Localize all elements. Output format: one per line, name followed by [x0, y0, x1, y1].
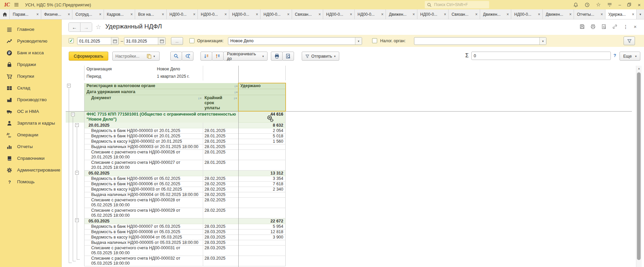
sidebar-item-4[interactable]: Покупки: [0, 70, 61, 82]
service-menu-icon[interactable]: [607, 2, 612, 7]
add-favorite-star-icon[interactable]: ☆: [96, 23, 101, 31]
tab-18[interactable]: Отчеты...×: [574, 9, 605, 19]
tab-10[interactable]: НД00-0...×: [323, 9, 355, 19]
tab-close-icon[interactable]: ×: [507, 12, 509, 17]
more-button[interactable]: Еще ▾: [620, 52, 640, 61]
tab-close-icon[interactable]: ×: [632, 12, 634, 17]
tab-4[interactable]: Все на...×: [135, 9, 167, 19]
generate-button[interactable]: Сформировать: [69, 52, 108, 61]
tab-close-icon[interactable]: ×: [130, 12, 133, 17]
tab-2[interactable]: Сотруд...×: [72, 9, 104, 19]
tab-11[interactable]: НД00-0...×: [355, 9, 386, 19]
sidebar-item-9[interactable]: ДтКтОперации: [0, 129, 61, 141]
table-row[interactable]: Ведомость в банк НД00-000006 от 05.02.20…: [66, 182, 286, 187]
tab-close-icon[interactable]: ×: [318, 12, 321, 17]
tab-14[interactable]: Связан...×: [449, 9, 480, 19]
sidebar-item-13[interactable]: ?Помощь: [0, 176, 61, 188]
minimize-button[interactable]: –: [619, 3, 621, 7]
settings-variants-button[interactable]: ▾: [142, 52, 160, 61]
sidebar-item-10[interactable]: Отчеты: [0, 141, 61, 152]
calendar-icon[interactable]: [111, 38, 118, 45]
print-button[interactable]: [271, 52, 283, 61]
vertical-scrollbar[interactable]: ▲: [636, 66, 642, 267]
sidebar-item-3[interactable]: Продажи: [0, 59, 61, 70]
period-from-input[interactable]: [77, 38, 111, 45]
scroll-up-arrow[interactable]: ▲: [636, 66, 642, 71]
organization-checkbox[interactable]: [189, 38, 194, 43]
tab-7[interactable]: НД00-0...×: [229, 9, 261, 19]
header-row-document[interactable]: Документ ↓≡ Крайний срок уплаты ↓≡: [66, 95, 286, 111]
tax-authority-combo[interactable]: ▾: [414, 37, 546, 45]
tab-1[interactable]: Физиче...×: [41, 9, 73, 19]
tab-close-icon[interactable]: ×: [36, 12, 39, 17]
organization-combo[interactable]: Новое Дело ▾: [228, 37, 362, 45]
settings-button[interactable]: Настройки...: [112, 52, 142, 61]
close-form-icon[interactable]: ×: [634, 24, 637, 29]
tab-17[interactable]: Движен...×: [543, 9, 574, 19]
global-search[interactable]: [425, 1, 489, 8]
table-row[interactable]: Ведомость в кассу НД00-000003 от 05.02.2…: [66, 187, 286, 192]
get-link-icon[interactable]: [612, 24, 618, 29]
sort-icon[interactable]: ↓≡: [233, 95, 237, 101]
tab-close-icon[interactable]: ×: [475, 12, 477, 17]
print-icon[interactable]: [590, 24, 596, 29]
tab-close-icon[interactable]: ×: [193, 12, 195, 17]
tab-16[interactable]: НД00-0...×: [511, 9, 543, 19]
chevron-down-icon[interactable]: ▾: [539, 38, 546, 45]
more-actions-icon[interactable]: ⋮: [623, 24, 628, 29]
filter-settings-button[interactable]: [624, 37, 635, 45]
table-row[interactable]: Выдача наличных НД00-000005 от 05.03.202…: [66, 240, 286, 246]
group-header-row[interactable]: 05.03.202522 672: [66, 218, 286, 224]
table-row[interactable]: Списание с расчетного счета НД00-000026 …: [66, 150, 286, 160]
tab-close-icon[interactable]: ×: [600, 12, 603, 17]
tab-close-icon[interactable]: ×: [350, 12, 352, 17]
table-row[interactable]: Ведомость в банк НД00-000003 от 20.01.20…: [66, 128, 286, 134]
home-tab[interactable]: [0, 9, 10, 19]
back-button[interactable]: ←: [69, 23, 80, 31]
table-row[interactable]: Списание с расчетного счета НД00-000032 …: [66, 256, 286, 266]
collapse-group3-icon[interactable]: −: [75, 218, 79, 222]
table-row[interactable]: Выдача наличных НД00-000003 от 20.01.202…: [66, 144, 286, 150]
favorites-star-icon[interactable]: ☆: [596, 2, 601, 7]
group-header-row[interactable]: 20.01.20258 632: [66, 123, 286, 128]
tab-close-icon[interactable]: ×: [412, 12, 415, 17]
tab-close-icon[interactable]: ×: [444, 12, 446, 17]
close-window-button[interactable]: ×: [638, 2, 641, 7]
save-icon[interactable]: [580, 24, 585, 29]
find-button[interactable]: [170, 52, 182, 61]
period-from-field[interactable]: [77, 37, 119, 45]
table-row[interactable]: Ведомость в банк НД00-000007 от 05.03.20…: [66, 224, 286, 229]
help-button[interactable]: ?: [613, 53, 616, 58]
sidebar-item-12[interactable]: Администрирование: [0, 164, 61, 176]
tab-close-icon[interactable]: ×: [569, 12, 572, 17]
preview-icon[interactable]: [601, 24, 606, 29]
table-row[interactable]: Ведомость в банк НД00-000005 от 05.02.20…: [66, 176, 286, 182]
tab-close-icon[interactable]: ×: [256, 12, 258, 17]
tab-12[interactable]: Движен...×: [386, 9, 417, 19]
table-row[interactable]: Ведомость в кассу НД00-000002 от 20.01.2…: [66, 139, 286, 144]
tab-8[interactable]: НД00-0...×: [260, 9, 292, 19]
calendar-icon[interactable]: [158, 38, 165, 45]
sidebar-item-1[interactable]: Руководителю: [0, 35, 61, 47]
collapse-level2-icon[interactable]: −: [71, 113, 75, 116]
search-input[interactable]: [433, 2, 487, 7]
total-row-fns[interactable]: ФНС 7715 КПП 771501001 (Общество с огран…: [66, 111, 286, 123]
sidebar-item-11[interactable]: Справочники: [0, 152, 61, 164]
find-next-button[interactable]: [182, 52, 193, 61]
tab-15[interactable]: Движен...×: [480, 9, 512, 19]
tab-close-icon[interactable]: ×: [162, 12, 164, 17]
report-spreadsheet[interactable]: Организация Новое Дело Период 1 квартал …: [66, 66, 636, 267]
group-header-row[interactable]: 05.02.202513 312: [66, 171, 286, 176]
expand-to-dropdown[interactable]: Разворачивать до ▾: [223, 52, 268, 61]
col-withheld-label[interactable]: Удержано: [238, 83, 286, 89]
history-icon[interactable]: [585, 2, 590, 7]
collapse-groups-button[interactable]: [200, 52, 212, 61]
sidebar-item-8[interactable]: Зарплата и кадры: [0, 117, 61, 129]
table-row[interactable]: Ведомость в банк НД00-000004 от 20.01.20…: [66, 134, 286, 139]
sort-icon[interactable]: ↓≡: [234, 83, 238, 89]
table-row[interactable]: Списание с расчетного счета НД00-000029 …: [66, 208, 286, 218]
period-to-input[interactable]: [124, 38, 158, 45]
tab-9[interactable]: Связан...×: [292, 9, 324, 19]
period-checkbox[interactable]: ✓: [69, 38, 74, 43]
notifications-bell-icon[interactable]: [573, 2, 578, 7]
